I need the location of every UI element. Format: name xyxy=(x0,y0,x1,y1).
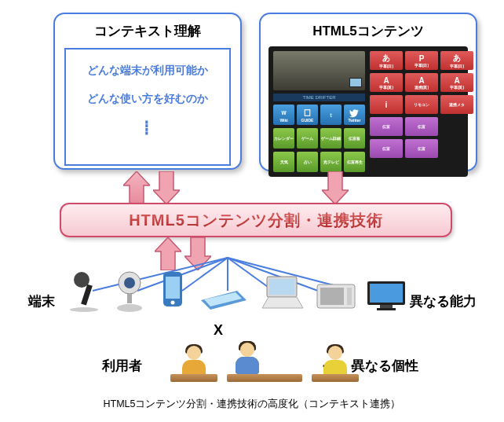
svg-rect-18 xyxy=(166,277,180,299)
person-2 xyxy=(319,344,352,382)
tile-red-9: 連携メタ xyxy=(440,95,473,114)
arrow-up-bottom xyxy=(155,237,181,270)
svg-rect-27 xyxy=(380,305,393,308)
tile-pur-3: 伝言 xyxy=(370,139,403,158)
purple-row-2: 伝言 伝言 xyxy=(370,139,473,158)
tile-hikaritv: 光テレビ xyxy=(320,152,341,172)
html5-content-box: HTML5コンテンツ TIME DRIFTER WWiki GUIDE t Tw… xyxy=(259,13,477,171)
tile-red-6: A字幕(英) xyxy=(440,73,473,92)
tile-red-5: A連携(英) xyxy=(405,73,438,92)
device-row xyxy=(66,269,451,313)
tablet-icon xyxy=(198,273,250,313)
laptop-icon xyxy=(259,273,306,313)
smartphone-icon xyxy=(157,269,188,313)
tile-guide: GUIDE xyxy=(297,105,318,125)
microphone-icon xyxy=(66,269,102,313)
context-box-title: コンテキスト理解 xyxy=(55,22,240,40)
svg-point-14 xyxy=(124,277,135,288)
tile-twitter: Twitter xyxy=(344,105,365,125)
appliance-icon xyxy=(316,278,356,313)
pink-bar-text: HTML5コンテンツ分割・連携技術 xyxy=(129,210,383,231)
svg-rect-15 xyxy=(127,294,132,303)
x-marker: X xyxy=(214,322,223,339)
arrow-up-left xyxy=(123,171,150,204)
svg-point-19 xyxy=(171,301,175,305)
tile-wiki: WWiki xyxy=(273,105,294,125)
tile-game: ゲーム xyxy=(297,128,318,149)
svg-text:W: W xyxy=(281,109,287,115)
arrow-down-left xyxy=(153,171,180,204)
tile-pur-1: 伝言 xyxy=(370,117,403,136)
svg-rect-24 xyxy=(347,288,352,305)
person-group xyxy=(231,341,298,382)
tile-calendar: カレンダー xyxy=(273,128,294,149)
tile-t: t xyxy=(320,105,341,125)
webcam-icon xyxy=(111,269,148,313)
tile-red-3: あ字幕(日) xyxy=(440,51,473,70)
svg-point-12 xyxy=(70,307,98,312)
video-thumbnail xyxy=(273,51,365,90)
red-row-3: i リモコン 連携メタ xyxy=(370,95,473,114)
context-line-2: どんな使い方を好むのか xyxy=(71,92,225,106)
figure-caption: HTML5コンテンツ分割・連携技術の高度化（コンテキスト連携） xyxy=(0,398,504,411)
green-row-2: 天気 占い 光テレビ 伝言再生 xyxy=(273,152,365,172)
tile-gamedetail: ゲーム詳細 xyxy=(320,128,341,149)
tile-red-7: i xyxy=(370,95,403,114)
tile-pur-2: 伝言 xyxy=(405,117,438,136)
context-line-1: どんな端末が利用可能か xyxy=(71,64,225,78)
person-1 xyxy=(177,344,210,382)
tile-red-1: あ字幕(日) xyxy=(370,51,403,70)
panel-right-column: あ字幕(日) P字幕(日) あ字幕(日) A字幕(英) A連携(英) A字幕(英… xyxy=(370,51,473,172)
svg-rect-21 xyxy=(269,279,294,295)
device-label-left: 端末 xyxy=(28,292,55,310)
tv-icon xyxy=(366,278,407,313)
red-row-1: あ字幕(日) P字幕(日) あ字幕(日) xyxy=(370,51,473,70)
user-label-right: 異なる個性 xyxy=(352,357,418,375)
video-label: TIME DRIFTER xyxy=(273,94,365,101)
pink-tech-bar: HTML5コンテンツ分割・連携技術 xyxy=(60,203,452,237)
svg-rect-1 xyxy=(305,109,310,116)
tile-msgplay: 伝言再生 xyxy=(344,152,365,172)
tile-message: 伝言板 xyxy=(344,128,365,149)
svg-text:t: t xyxy=(330,112,332,117)
tile-red-8: リモコン xyxy=(405,95,438,114)
context-understanding-box: コンテキスト理解 どんな端末が利用可能か どんな使い方を好むのか ┋ xyxy=(53,13,242,170)
svg-rect-26 xyxy=(370,284,403,303)
panel-left-column: TIME DRIFTER WWiki GUIDE t Twitter カレンダー… xyxy=(273,51,365,172)
tile-red-4: A字幕(英) xyxy=(370,73,403,92)
svg-rect-23 xyxy=(320,288,344,305)
context-dots: ┋ xyxy=(71,120,225,135)
red-row-2: A字幕(英) A連携(英) A字幕(英) xyxy=(370,73,473,92)
content-panel: TIME DRIFTER WWiki GUIDE t Twitter カレンダー… xyxy=(268,46,468,177)
svg-point-16 xyxy=(117,304,142,312)
html5-box-title: HTML5コンテンツ xyxy=(261,22,476,40)
tile-weather: 天気 xyxy=(273,152,294,172)
purple-row-1: 伝言 伝言 xyxy=(370,117,473,136)
context-inner-box: どんな端末が利用可能か どんな使い方を好むのか ┋ xyxy=(64,48,231,166)
tile-pur-4: 伝言 xyxy=(405,139,438,158)
tile-red-2: P字幕(日) xyxy=(405,51,438,70)
arrow-down-bottom xyxy=(184,237,211,270)
user-row xyxy=(102,341,352,382)
svg-rect-28 xyxy=(377,308,396,310)
arrow-down-right xyxy=(322,171,349,204)
tile-fortune: 占い xyxy=(297,152,318,172)
blue-tile-row: WWiki GUIDE t Twitter xyxy=(273,105,365,125)
green-row-1: カレンダー ゲーム ゲーム詳細 伝言板 xyxy=(273,128,365,149)
